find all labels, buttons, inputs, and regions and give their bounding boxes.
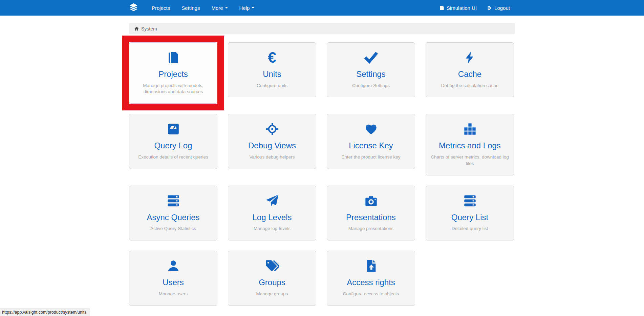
card-units[interactable]: € Units Configure units xyxy=(228,42,316,97)
card-metrics-and-logs[interactable]: Metrics and Logs Charts of server metric… xyxy=(426,114,514,175)
card-description: Detailed query list xyxy=(430,226,510,232)
top-navbar: Projects Settings More Help Simulation U… xyxy=(0,0,644,16)
breadcrumb-item-system[interactable]: System xyxy=(134,26,157,31)
card-title: Presentations xyxy=(331,213,411,222)
card-description: Manage presentations xyxy=(331,226,411,232)
card-debug-views[interactable]: Debug Views Various debug helpers xyxy=(228,114,316,169)
card-description: Manage projects with models, dimensions … xyxy=(133,83,213,96)
layers-icon xyxy=(129,3,138,13)
nav-item-more[interactable]: More xyxy=(205,0,232,16)
card-title: Units xyxy=(232,69,312,79)
card-access-rights[interactable]: Access rights Configure access to object… xyxy=(327,251,415,306)
card-title: Users xyxy=(133,278,213,287)
card-description: Configure units xyxy=(232,83,312,89)
card-description: Manage users xyxy=(133,291,213,297)
camera-icon xyxy=(331,194,411,208)
floppy-disk-icon xyxy=(439,5,445,10)
card-cache[interactable]: Cache Debug the calculation cache xyxy=(426,42,514,97)
chevron-down-icon xyxy=(225,7,228,8)
card-description: Execution details of recent queries xyxy=(133,154,213,161)
card-projects[interactable]: Projects Manage projects with models, di… xyxy=(129,42,217,104)
card-groups[interactable]: Groups Manage groups xyxy=(228,251,316,306)
card-title: Log Levels xyxy=(232,213,312,222)
system-card-grid: Projects Manage projects with models, di… xyxy=(129,42,515,306)
book-icon xyxy=(133,51,213,65)
card-description: Various debug helpers xyxy=(232,154,312,161)
status-url: https://app.valsight.com/product/system/… xyxy=(2,310,86,315)
card-title: Groups xyxy=(232,278,312,287)
card-description: Configure access to objects xyxy=(331,291,411,297)
card-title: Access rights xyxy=(331,278,411,287)
breadcrumb-label: System xyxy=(141,26,157,31)
home-icon xyxy=(134,26,139,31)
chevron-down-icon xyxy=(252,7,254,8)
heart-icon xyxy=(331,122,411,136)
tags-icon xyxy=(232,259,312,273)
card-description: Active Query Statistics xyxy=(133,226,213,232)
nav-item-settings[interactable]: Settings xyxy=(175,0,205,16)
euro-icon: € xyxy=(232,51,312,65)
metrics-blocks-icon xyxy=(430,122,510,136)
card-title: Query List xyxy=(430,213,510,222)
card-description: Charts of server metrics, download log f… xyxy=(430,154,510,167)
bolt-icon xyxy=(430,51,510,65)
server-stack-icon xyxy=(133,194,213,208)
paper-plane-icon xyxy=(232,194,312,208)
card-description: Debug the calculation cache xyxy=(430,83,510,89)
file-upload-icon xyxy=(331,259,411,273)
user-icon xyxy=(133,259,213,273)
card-query-list[interactable]: Query List Detailed query list xyxy=(426,186,514,240)
card-title: Projects xyxy=(133,69,213,79)
check-icon xyxy=(331,51,411,65)
nav-item-help[interactable]: Help xyxy=(233,0,259,16)
card-title: Settings xyxy=(331,69,411,79)
breadcrumb: System xyxy=(129,23,515,34)
card-description: Enter the product license key xyxy=(331,154,411,161)
card-settings[interactable]: Settings Configure Settings xyxy=(327,42,415,97)
card-title: Query Log xyxy=(133,141,213,150)
brand-logo[interactable] xyxy=(129,3,138,13)
card-title: Debug Views xyxy=(232,141,312,150)
card-title: Async Queries xyxy=(133,213,213,222)
crosshairs-icon xyxy=(232,122,312,136)
card-description: Manage log levels xyxy=(232,226,312,232)
card-users[interactable]: Users Manage users xyxy=(129,251,217,306)
card-query-log[interactable]: Query Log Execution details of recent qu… xyxy=(129,114,217,169)
card-license-key[interactable]: License Key Enter the product license ke… xyxy=(327,114,415,169)
sign-out-icon xyxy=(487,5,492,10)
card-description: Manage groups xyxy=(232,291,312,297)
link-preview-statusbar: https://app.valsight.com/product/system/… xyxy=(0,309,90,316)
nav-item-projects[interactable]: Projects xyxy=(145,0,175,16)
card-title: License Key xyxy=(331,141,411,150)
card-log-levels[interactable]: Log Levels Manage log levels xyxy=(228,186,316,240)
card-title: Metrics and Logs xyxy=(430,141,510,150)
nav-item-simulation-ui[interactable]: Simulation UI xyxy=(434,5,482,11)
card-async-queries[interactable]: Async Queries Active Query Statistics xyxy=(129,186,217,240)
card-description: Configure Settings xyxy=(331,83,411,89)
nav-item-logout[interactable]: Logout xyxy=(482,5,515,11)
weight-scale-icon xyxy=(133,122,213,136)
server-stack-icon xyxy=(430,194,510,208)
card-title: Cache xyxy=(430,69,510,79)
card-presentations[interactable]: Presentations Manage presentations xyxy=(327,186,415,240)
